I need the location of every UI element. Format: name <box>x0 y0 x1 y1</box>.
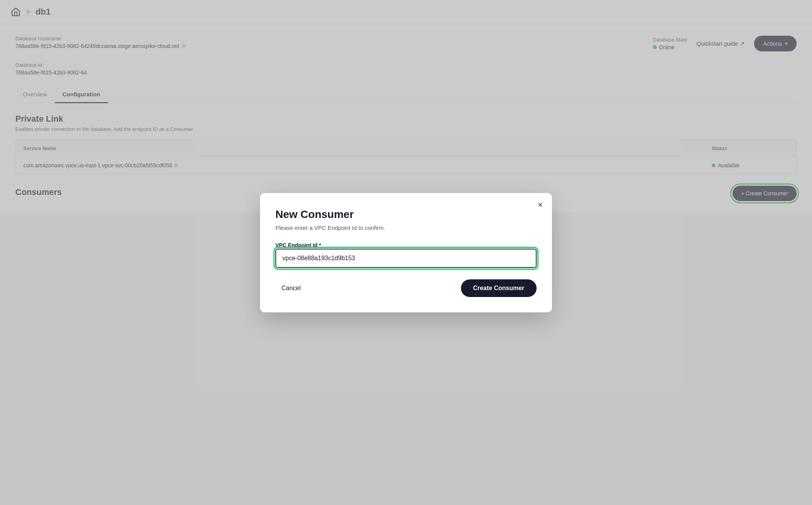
vpc-endpoint-input[interactable] <box>275 249 537 268</box>
new-consumer-modal: × New Consumer Please enter a VPC Endpoi… <box>260 193 552 312</box>
modal-cancel-button[interactable]: Cancel <box>275 282 307 295</box>
vpc-endpoint-label: VPC Endpoint Id * <box>275 242 321 248</box>
modal-overlay: × New Consumer Please enter a VPC Endpoi… <box>0 0 812 505</box>
modal-close-button[interactable]: × <box>538 201 543 209</box>
page-background: > db1 Database Hostname: 768aa58e-fd15-4… <box>0 0 812 505</box>
modal-create-consumer-button[interactable]: Create Consumer <box>461 279 537 297</box>
modal-title: New Consumer <box>275 208 537 221</box>
modal-actions: Cancel Create Consumer <box>275 279 537 297</box>
modal-description: Please enter a VPC Endpoint Id to confir… <box>275 224 537 231</box>
